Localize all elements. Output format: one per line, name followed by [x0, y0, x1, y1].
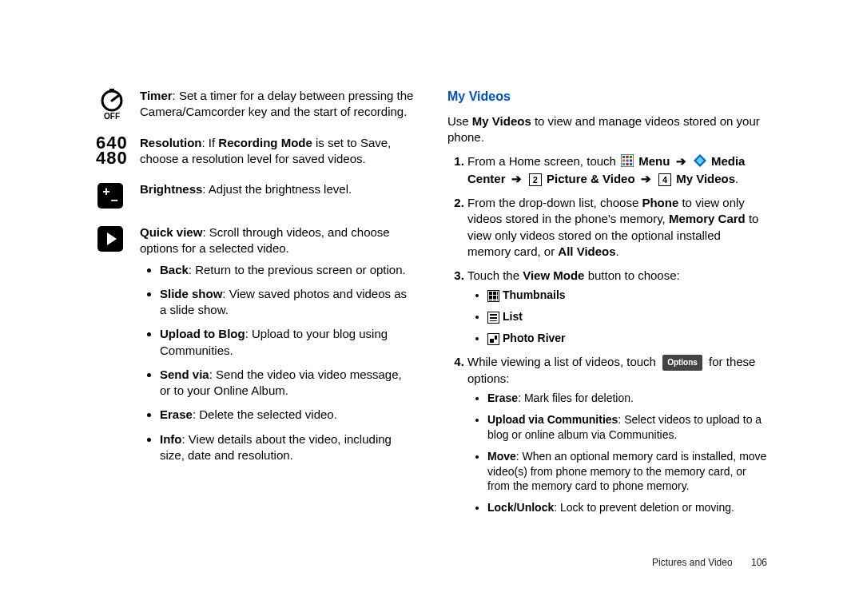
svg-rect-17 [630, 163, 632, 165]
apps-icon [621, 154, 634, 171]
list-item: Upload via Communities: Select videos to… [487, 412, 767, 443]
list-item: Photo River [487, 331, 767, 346]
media-icon [694, 154, 706, 171]
list-item: Erase: Mark files for deletion. [487, 391, 767, 406]
svg-rect-14 [630, 159, 632, 161]
timer-label: Timer [140, 89, 173, 102]
page: OFF Timer: Set a timer for a delay betwe… [0, 0, 863, 616]
list-item: Move: When an optional memory card is in… [487, 449, 767, 495]
list-icon [487, 312, 499, 324]
thumbnails-icon [487, 290, 499, 302]
timer-row: OFF Timer: Set a timer for a delay betwe… [96, 88, 416, 121]
play-icon [96, 225, 140, 253]
brightness-icon: + − [96, 181, 140, 210]
timer-icon: OFF [96, 88, 140, 120]
quickview-row: Quick view: Scroll through videos, and c… [96, 225, 416, 257]
list-item: Info: View details about the video, incl… [160, 431, 416, 464]
footer-section: Pictures and Video [652, 557, 733, 568]
quickview-text: Quick view: Scroll through videos, and c… [140, 225, 416, 257]
steps: From a Home screen, touch Menu ➔ Media C… [447, 153, 767, 515]
footer: Pictures and Video 106 [652, 557, 767, 568]
svg-rect-12 [622, 159, 625, 161]
resolution-text: Resolution: If Recording Mode is set to … [140, 135, 416, 168]
brightness-row: + − Brightness: Adjust the brightness le… [96, 181, 416, 210]
columns: OFF Timer: Set a timer for a delay betwe… [96, 88, 767, 523]
brightness-text: Brightness: Adjust the brightness level. [140, 181, 416, 197]
svg-text:OFF: OFF [104, 112, 120, 120]
badge-2: 2 [529, 173, 542, 186]
list-item: Upload to Blog: Upload to your blog usin… [160, 326, 416, 359]
arrow-icon: ➔ [511, 172, 522, 185]
svg-text:−: − [110, 193, 117, 207]
list-item: Thumbnails [487, 288, 767, 303]
svg-rect-15 [622, 163, 625, 165]
arrow-icon: ➔ [641, 172, 651, 185]
list-item: Send via: Send the video via video messa… [160, 367, 416, 399]
badge-4: 4 [658, 173, 671, 186]
svg-rect-16 [626, 163, 629, 165]
svg-rect-11 [630, 156, 632, 158]
list-item: Slide show: View saved photos and videos… [160, 286, 416, 319]
svg-rect-1 [109, 89, 114, 91]
section-heading: My Videos [447, 88, 767, 105]
timer-text: Timer: Set a timer for a delay between p… [140, 88, 416, 121]
quickview-options: Back: Return to the previous screen or o… [140, 262, 416, 464]
svg-rect-9 [622, 156, 625, 158]
quickview-list-row: Back: Return to the previous screen or o… [96, 262, 416, 472]
resolution-row: 640 480 Resolution: If Recording Mode is… [96, 135, 416, 168]
right-column: My Videos Use My Videos to view and mana… [447, 88, 767, 523]
list-item: Back: Return to the previous screen or o… [160, 262, 416, 278]
svg-rect-10 [626, 156, 629, 158]
svg-rect-13 [626, 159, 629, 161]
arrow-icon: ➔ [676, 154, 686, 168]
photo-river-icon [487, 333, 499, 345]
step-4: While viewing a list of videos, touch Op… [467, 354, 767, 515]
left-column: OFF Timer: Set a timer for a delay betwe… [96, 88, 416, 523]
list-item: Erase: Delete the selected video. [160, 407, 416, 423]
step-1: From a Home screen, touch Menu ➔ Media C… [467, 153, 767, 187]
list-item: Lock/Unlock: Lock to prevent deletion or… [487, 500, 767, 515]
step-2: From the drop-down list, choose Phone to… [467, 195, 767, 260]
options-badge: Options [662, 355, 702, 371]
svg-text:+: + [102, 185, 109, 198]
list-item: List [487, 309, 767, 324]
page-number: 106 [751, 557, 767, 568]
step-3: Touch the View Mode button to choose: Th… [467, 268, 767, 346]
view-modes: Thumbnails List Photo River [467, 288, 767, 346]
resolution-icon: 640 480 [96, 135, 140, 167]
intro-line: Use My Videos to view and manage videos … [447, 113, 767, 146]
options-list: Erase: Mark files for deletion. Upload v… [467, 391, 767, 515]
